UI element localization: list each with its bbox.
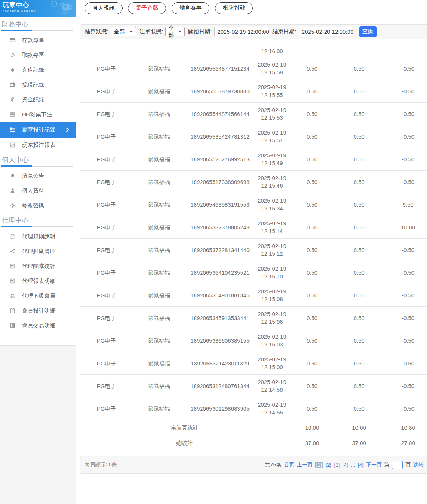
- order-status-select[interactable]: 全部 ▼: [165, 27, 185, 36]
- cell-provider: PG电子: [80, 397, 133, 420]
- sidebar-section-items: 消息公告個人資料修改密碼: [0, 168, 76, 213]
- records-table-wrap: 12:16:00PG电子鼠鼠福福18920655648771512342025-…: [80, 45, 427, 450]
- wallet-icon: [10, 82, 16, 88]
- sidebar-item-link[interactable]: 代理下級會員: [0, 288, 76, 303]
- cell-datetime: 2025-02-1912:15:00: [255, 352, 289, 375]
- rule-file-icon: [10, 233, 16, 239]
- cell-bet-amount: 0.50: [289, 397, 335, 420]
- sidebar-item-link[interactable]: 代理團隊統計: [0, 259, 76, 274]
- sidebar-item-label: HH彩票下注: [22, 111, 52, 118]
- table-summary-row: 總統計37.0037.0027.80: [80, 435, 427, 450]
- jump-page-input[interactable]: [392, 461, 403, 469]
- page-link[interactable]: 上一页: [297, 462, 312, 468]
- table-row: PG电子鼠鼠福福18920653124807613442025-02-1912:…: [80, 375, 427, 397]
- cell-profit: -0.50: [383, 352, 427, 375]
- sidebar-item-link[interactable]: 代理推廣管理: [0, 244, 76, 259]
- report-chart-icon: [10, 142, 16, 148]
- table-row: PG电子鼠鼠福福18920655538797388802025-02-1912:…: [80, 80, 427, 103]
- news-icon: [10, 263, 16, 269]
- page-link[interactable]: [3]: [334, 462, 340, 468]
- cell-datetime: 2025-02-1912:14:55: [255, 397, 289, 420]
- cell-order-number: 1892065382378805248: [185, 216, 255, 239]
- page-link[interactable]: 首页: [284, 462, 294, 468]
- sidebar-item-link[interactable]: 代理報表明細: [0, 274, 76, 288]
- tab-category[interactable]: 真人視訊: [85, 2, 123, 14]
- cell-game: 鼠鼠福福: [133, 171, 185, 193]
- cell-empty: [80, 45, 133, 57]
- summary-valid: 37.00: [335, 435, 383, 450]
- cell-provider: PG电子: [80, 216, 133, 239]
- sidebar-item-link[interactable]: 個人資料: [0, 183, 76, 198]
- end-date-input[interactable]: [299, 27, 353, 36]
- start-date-input[interactable]: [214, 27, 269, 36]
- sidebar-item-link[interactable]: 修改密碼: [0, 198, 76, 213]
- cell-bet-amount: 0.50: [289, 57, 335, 80]
- cell-order-number: 1892065354901881345: [185, 284, 255, 307]
- total-count-text: 共75条: [265, 462, 281, 468]
- cell-valid-amount: 0.50: [335, 193, 383, 216]
- order-status-label: 注單狀態:: [139, 28, 163, 35]
- page-link-current[interactable]: [1]: [315, 462, 323, 468]
- page-link[interactable]: [2]: [326, 462, 332, 468]
- sidebar-item-link[interactable]: 會員交易明細: [0, 318, 76, 333]
- chevron-down-icon: ▼: [129, 30, 133, 33]
- betting-records-table: 12:16:00PG电子鼠鼠福福18920655648771512342025-…: [80, 45, 427, 450]
- section-title-underline: [1, 30, 73, 31]
- cell-datetime: 2025-02-1912:15:14: [255, 216, 289, 239]
- page-links: 首页上一页[1][2][3][4]...[4]下一页: [284, 462, 382, 468]
- search-button[interactable]: 查詢: [359, 26, 377, 37]
- table-row: PG电子鼠鼠福福18920653823788052482025-02-1912:…: [80, 216, 427, 239]
- sidebar-item-link[interactable]: 充值記錄: [0, 62, 76, 77]
- sidebar-item-link[interactable]: 消息公告: [0, 168, 76, 183]
- cell-provider: PG电子: [80, 352, 133, 375]
- page-size-text: 每頁顯示20條: [85, 462, 117, 468]
- cell-profit: -0.50: [383, 329, 427, 352]
- settle-status-label: 結算狀態:: [85, 28, 108, 35]
- cell-provider: PG电子: [80, 171, 133, 193]
- sidebar-item-label: 存款專區: [22, 37, 44, 44]
- tab-active[interactable]: 電子遊藝: [128, 2, 166, 14]
- doc-lines-icon: [10, 323, 16, 329]
- cell-order-number: 1892065364104235521: [185, 261, 255, 284]
- cell-order-number: 1892065463983191553: [185, 193, 255, 216]
- sidebar-item-label: 代理報表明細: [22, 278, 55, 285]
- cell-valid-amount: 0.50: [335, 239, 383, 261]
- cell-game: 鼠鼠福福: [133, 329, 185, 352]
- cell-valid-amount: 0.50: [335, 375, 383, 397]
- room-list-icon: [10, 127, 16, 133]
- sidebar-item-link[interactable]: 存款專區: [0, 33, 76, 48]
- tab-category[interactable]: 棋牌對戰: [215, 2, 253, 14]
- sidebar-item-link[interactable]: 提現記錄: [0, 77, 76, 92]
- page-link[interactable]: [4]: [358, 462, 364, 468]
- cell-datetime: 2025-02-1912:15:49: [255, 148, 289, 171]
- main-area: 真人視訊電子遊藝體育賽事棋牌對戰 結算狀態: 全部 ▼ 注單狀態: 全部 ▼ 開…: [76, 0, 427, 504]
- sidebar: 玩家中心 PLAYERS CENTER 財務中心存款專區取款專區充值記錄提現記錄…: [0, 0, 76, 346]
- sidebar-item-active[interactable]: 廳室投註記錄: [0, 122, 76, 138]
- summary-bet: 10.00: [289, 420, 335, 435]
- sidebar-item-label: 資金記錄: [22, 96, 44, 103]
- page-link[interactable]: 下一页: [366, 462, 382, 468]
- table-row: PG电子鼠鼠福福18920653366063851552025-02-1912:…: [80, 329, 427, 352]
- tab-category[interactable]: 體育賽事: [172, 2, 209, 14]
- table-row: PG电子鼠鼠福福18920655173389096982025-02-1912:…: [80, 171, 427, 193]
- settle-status-select[interactable]: 全部 ▼: [111, 27, 136, 36]
- cell-game: 鼠鼠福福: [133, 80, 185, 103]
- cell-order-number: 1892065526276992513: [185, 148, 255, 171]
- jump-button[interactable]: 跳转: [413, 462, 424, 468]
- sidebar-item-link[interactable]: 取款專區: [0, 48, 76, 62]
- sidebar-sections: 財務中心存款專區取款專區充值記錄提現記錄資金記錄HH彩票下注廳室投註記錄玩家投注…: [0, 19, 76, 333]
- sidebar-section: 財務中心存款專區取款專區充值記錄提現記錄資金記錄HH彩票下注廳室投註記錄玩家投注…: [0, 19, 76, 152]
- sidebar-item-link[interactable]: 會員投註明細: [0, 303, 76, 318]
- sidebar-item-link[interactable]: 代理規則說明: [0, 229, 76, 244]
- sidebar-item-link[interactable]: 玩家投注報表: [0, 138, 76, 152]
- summary-profit: 27.80: [383, 435, 427, 450]
- sidebar-item-link[interactable]: HH彩票下注: [0, 107, 76, 122]
- cell-provider: PG电子: [80, 57, 133, 80]
- cell-valid-amount: 0.50: [335, 352, 383, 375]
- sidebar-section-items: 存款專區取款專區充值記錄提現記錄資金記錄HH彩票下注廳室投註記錄玩家投注報表: [0, 33, 76, 152]
- cell-provider: PG电子: [80, 307, 133, 329]
- table-row: PG电子鼠鼠福福18920653459135334412025-02-1912:…: [80, 307, 427, 329]
- cell-empty: [383, 45, 427, 57]
- sidebar-item-link[interactable]: 資金記錄: [0, 92, 76, 107]
- page-link[interactable]: [4]: [342, 462, 348, 468]
